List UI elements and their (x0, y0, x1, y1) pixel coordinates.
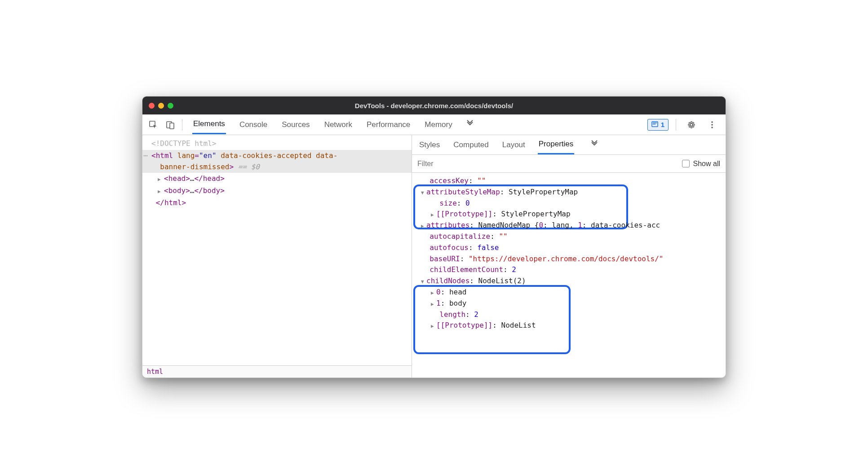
tab-layout[interactable]: Layout (501, 136, 526, 154)
prop-row[interactable]: accessKey: "" (413, 176, 725, 187)
prop-row[interactable]: ▶attributes: NamedNodeMap {0: lang, 1: d… (413, 220, 725, 231)
more-tabs-icon[interactable] (466, 119, 474, 130)
dom-body[interactable]: ▶<body>…</body> (142, 185, 412, 197)
elements-panel: <!DOCTYPE html> ⋯<html lang="en" data-co… (142, 135, 412, 377)
prop-row[interactable]: size: 0 (413, 198, 725, 209)
dom-html-open[interactable]: ⋯<html lang="en" data-cookies-accepted d… (142, 150, 412, 173)
close-icon[interactable] (149, 103, 155, 109)
inspect-icon[interactable] (145, 117, 161, 133)
filter-row: Show all (412, 155, 726, 173)
sidebar-panel: Styles Computed Layout Properties Show a… (412, 135, 726, 377)
tab-properties[interactable]: Properties (538, 135, 574, 154)
svg-point-5 (711, 124, 713, 126)
more-menu-icon[interactable] (704, 117, 720, 133)
tab-network[interactable]: Network (323, 116, 353, 134)
prop-row[interactable]: ▼childNodes: NodeList(2) (413, 276, 725, 287)
toolbar-right: 1 (647, 117, 723, 133)
prop-row[interactable]: ▼attributeStyleMap: StylePropertyMap (413, 187, 725, 198)
prop-row[interactable]: ▶0: head (413, 287, 725, 298)
content-area: <!DOCTYPE html> ⋯<html lang="en" data-co… (142, 135, 726, 377)
minimize-icon[interactable] (158, 103, 164, 109)
properties-list[interactable]: accessKey: "" ▼attributeStyleMap: StyleP… (412, 173, 726, 377)
tab-elements[interactable]: Elements (192, 115, 226, 134)
dom-head[interactable]: ▶<head>…</head> (142, 173, 412, 185)
toolbar-divider (676, 119, 676, 131)
prop-row[interactable]: length: 2 (413, 309, 725, 320)
show-all-toggle[interactable]: Show all (682, 160, 720, 168)
more-subtabs-icon[interactable] (590, 140, 598, 150)
maximize-icon[interactable] (168, 103, 173, 109)
titlebar: DevTools - developer.chrome.com/docs/dev… (142, 97, 726, 114)
dom-doctype[interactable]: <!DOCTYPE html> (142, 138, 412, 150)
show-all-checkbox[interactable] (682, 160, 690, 167)
filter-input[interactable] (417, 160, 507, 168)
prop-row[interactable]: autofocus: false (413, 242, 725, 254)
show-all-label: Show all (693, 160, 720, 168)
prop-row[interactable]: ▶1: body (413, 298, 725, 309)
main-tabs: Elements Console Sources Network Perform… (186, 115, 647, 134)
prop-row[interactable]: baseURI: "https://developer.chrome.com/d… (413, 254, 725, 265)
tab-sources[interactable]: Sources (281, 116, 310, 134)
dom-tree[interactable]: <!DOCTYPE html> ⋯<html lang="en" data-co… (142, 135, 412, 365)
tab-memory[interactable]: Memory (424, 116, 453, 134)
main-toolbar: Elements Console Sources Network Perform… (142, 114, 726, 135)
window-title: DevTools - developer.chrome.com/docs/dev… (142, 102, 726, 110)
prop-row[interactable]: childElementCount: 2 (413, 264, 725, 276)
prop-row[interactable]: autocapitalize: "" (413, 231, 725, 242)
tab-console[interactable]: Console (239, 116, 268, 134)
tab-computed[interactable]: Computed (452, 136, 489, 154)
sidebar-tabs: Styles Computed Layout Properties (412, 135, 726, 155)
issues-badge[interactable]: 1 (647, 119, 669, 131)
svg-point-4 (711, 121, 713, 123)
issues-count: 1 (661, 121, 664, 128)
settings-icon[interactable] (683, 117, 700, 133)
prop-row[interactable]: ▶[[Prototype]]: StylePropertyMap (413, 209, 725, 220)
tab-styles[interactable]: Styles (418, 136, 441, 154)
toolbar-divider (182, 119, 182, 131)
dom-html-close[interactable]: </html> (142, 197, 412, 209)
breadcrumb[interactable]: html (142, 365, 412, 377)
devtools-window: DevTools - developer.chrome.com/docs/dev… (142, 96, 726, 378)
device-toggle-icon[interactable] (162, 117, 178, 133)
svg-point-6 (711, 127, 713, 128)
tab-performance[interactable]: Performance (366, 116, 411, 134)
window-controls (149, 103, 173, 109)
prop-row[interactable]: ▶[[Prototype]]: NodeList (413, 320, 725, 331)
svg-rect-2 (170, 123, 174, 129)
